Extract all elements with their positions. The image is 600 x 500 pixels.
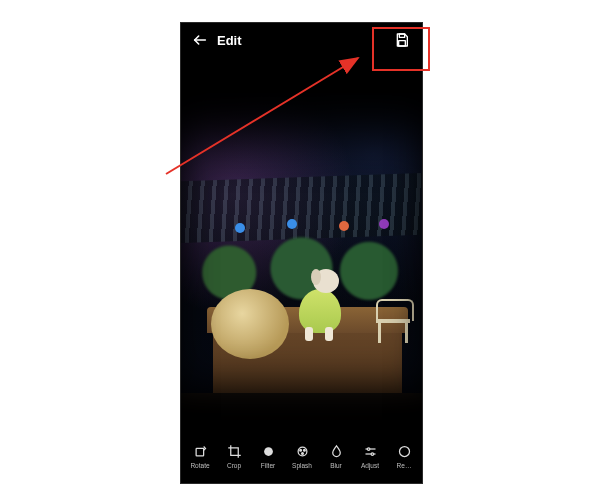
tool-label: Re…	[397, 462, 412, 469]
tool-blur[interactable]: Blur	[319, 443, 353, 469]
svg-point-6	[299, 449, 301, 451]
tool-label: Splash	[292, 462, 312, 469]
phone-frame: Edit	[180, 22, 423, 484]
tool-label: Rotate	[190, 462, 209, 469]
rotate-icon	[192, 443, 208, 459]
more-icon	[396, 443, 412, 459]
back-button[interactable]	[191, 31, 209, 49]
tool-label: Crop	[227, 462, 241, 469]
photo-vignette	[181, 93, 422, 429]
tool-label: Blur	[330, 462, 342, 469]
svg-point-12	[371, 452, 374, 455]
arrow-left-icon	[192, 32, 208, 48]
tool-rotate[interactable]: Rotate	[183, 443, 217, 469]
svg-rect-2	[399, 41, 406, 46]
adjust-icon	[362, 443, 378, 459]
page-title: Edit	[217, 33, 384, 48]
editor-toolbar: Rotate Crop Filter Splash Blur Adjust	[181, 429, 422, 483]
tool-label: Filter	[261, 462, 275, 469]
editor-topbar: Edit	[181, 23, 422, 57]
tool-crop[interactable]: Crop	[217, 443, 251, 469]
svg-point-4	[264, 447, 273, 456]
svg-rect-1	[399, 34, 404, 37]
tool-filter[interactable]: Filter	[251, 443, 285, 469]
tool-adjust[interactable]: Adjust	[353, 443, 387, 469]
crop-icon	[226, 443, 242, 459]
filter-icon	[260, 443, 276, 459]
tool-splash[interactable]: Splash	[285, 443, 319, 469]
splash-icon	[294, 443, 310, 459]
save-button[interactable]	[392, 30, 412, 50]
stage: Edit	[0, 0, 600, 500]
svg-point-13	[399, 446, 409, 456]
svg-point-7	[303, 449, 305, 451]
svg-point-8	[301, 452, 303, 454]
svg-point-11	[367, 447, 370, 450]
tool-more[interactable]: Re…	[387, 443, 421, 469]
image-canvas[interactable]	[181, 93, 422, 429]
save-icon	[394, 32, 410, 48]
tool-label: Adjust	[361, 462, 379, 469]
blur-icon	[328, 443, 344, 459]
svg-rect-3	[196, 448, 204, 456]
